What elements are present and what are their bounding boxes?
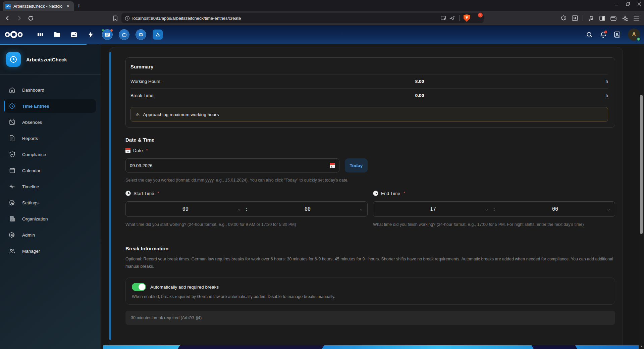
datepicker-icon[interactable]	[330, 163, 335, 168]
scrollbar-thumb[interactable]	[640, 95, 643, 234]
background-shape	[177, 345, 324, 349]
start-time-label: Start Time	[133, 191, 154, 196]
auto-breaks-help: When enabled, breaks required by German …	[132, 294, 609, 299]
break-time-label: Break Time:	[130, 93, 245, 98]
sidebar-item-settings[interactable]: Settings	[5, 196, 96, 209]
wallet-icon[interactable]	[608, 13, 619, 23]
work-app-icon[interactable]	[119, 25, 129, 44]
menu-icon[interactable]	[631, 13, 641, 23]
sidebar-item-absences[interactable]: Absences	[5, 115, 96, 129]
clock-emoji-icon	[125, 191, 131, 196]
working-hours-label: Working Hours:	[130, 79, 245, 84]
date-help-text: Select the day you worked (format: dd.mm…	[125, 178, 615, 183]
files-app-icon[interactable]	[52, 25, 62, 44]
working-hours-value: 8.00	[245, 79, 595, 84]
sidebar-item-label: Manager	[22, 249, 40, 254]
break-time-value: 0.00	[245, 93, 595, 98]
auto-breaks-toggle[interactable]	[132, 283, 146, 291]
window-restore-button[interactable]	[626, 2, 630, 6]
notifications-bell-icon[interactable]	[600, 31, 606, 38]
scrollbar-down-arrow[interactable]: ▼	[640, 345, 643, 348]
end-time-help: What time did you finish working? (24-ho…	[373, 222, 615, 227]
sidebar-item-manager[interactable]: Manager	[5, 244, 96, 258]
working-hours-unit: h	[595, 79, 608, 84]
sidebar-item-admin[interactable]: Admin	[5, 228, 96, 242]
sidebar-item-label: Time Entries	[22, 104, 49, 109]
reload-button[interactable]	[25, 13, 36, 23]
search-tabs-icon[interactable]	[570, 13, 580, 23]
activity-app-icon[interactable]	[85, 25, 96, 44]
bookmarks-icon[interactable]	[111, 13, 120, 23]
required-asterisk: *	[158, 191, 159, 196]
window-close-button[interactable]	[637, 2, 641, 6]
end-hour-select[interactable]: 17 ⌄	[373, 202, 493, 216]
sidebar-item-calendar[interactable]: Calendar	[5, 164, 96, 177]
sidebar-accent-line	[0, 44, 87, 45]
sidebar-item-reports[interactable]: Reports	[5, 132, 96, 145]
sidebar-toggle-icon[interactable]	[597, 13, 607, 23]
site-info-icon[interactable]	[125, 16, 130, 21]
brave-shield-icon[interactable]	[464, 14, 470, 22]
contacts-icon[interactable]	[614, 31, 621, 38]
sidebar-item-dashboard[interactable]: Dashboard	[5, 83, 96, 97]
users-icon	[9, 249, 15, 254]
share-icon[interactable]	[449, 16, 455, 21]
search-icon[interactable]	[586, 32, 593, 38]
summary-title: Summary	[130, 64, 608, 74]
new-tab-button[interactable]: +	[77, 3, 81, 10]
url-text[interactable]: localhost:8081/apps/arbeitszeitcheck/tim…	[132, 16, 438, 21]
main-content: Summary Working Hours: 8.00 h Break Time…	[101, 44, 644, 349]
sidebar-item-compliance[interactable]: Compliance	[5, 148, 96, 161]
end-time-field: End Time * 17 ⌄ : 00 ⌄ Wh	[373, 191, 615, 227]
sidebar-item-label: Timeline	[22, 184, 39, 189]
media-icon[interactable]	[586, 13, 596, 23]
break-info-description: Optional: Record your break times. Germa…	[125, 255, 615, 270]
photos-app-icon[interactable]	[68, 25, 79, 44]
nextcloud-logo-icon[interactable]	[4, 30, 23, 39]
send-to-device-icon[interactable]	[441, 16, 447, 20]
window-scrollbar[interactable]: ▼	[639, 44, 644, 349]
pulse-icon	[9, 184, 15, 189]
back-button[interactable]	[3, 13, 13, 23]
dashboard-app-icon[interactable]	[35, 25, 46, 44]
brave-rewards-icon[interactable]: 1	[473, 15, 480, 21]
browser-tab[interactable]: oOo ArbeitszeitCheck - Nextcloud ✕	[3, 1, 74, 11]
start-hour-value: 09	[182, 206, 189, 212]
sidebar-item-label: Settings	[22, 200, 39, 205]
tab-close-icon[interactable]: ✕	[65, 3, 71, 9]
end-minute-select[interactable]: 00 ⌄	[495, 202, 615, 216]
forms-app-icon[interactable]	[102, 25, 113, 44]
url-bar[interactable]: localhost:8081/apps/arbeitszeitcheck/tim…	[121, 13, 484, 23]
forward-button[interactable]	[14, 13, 24, 23]
extensions-icon[interactable]	[558, 13, 569, 23]
today-button[interactable]: Today	[345, 158, 368, 172]
content-scrollbar[interactable]	[109, 52, 111, 340]
gear-icon	[9, 200, 15, 206]
sidebar-item-label: Absences	[22, 120, 42, 125]
window-minimize-button[interactable]	[614, 2, 619, 6]
summary-card: Summary Working Hours: 8.00 h Break Time…	[125, 57, 615, 128]
start-hour-select[interactable]: 09 ⌄	[126, 202, 245, 216]
arbeitszeitcheck-app-icon[interactable]	[136, 25, 146, 44]
required-asterisk: *	[404, 191, 405, 196]
date-input[interactable]	[125, 158, 339, 172]
gear-icon	[9, 232, 15, 238]
leo-ai-icon[interactable]	[620, 13, 630, 23]
sidebar-item-time-entries[interactable]: Time Entries	[5, 99, 96, 113]
break-required-note: 30 minutes break required (ArbZG §4)	[125, 311, 615, 325]
break-info-heading: Break Information	[125, 246, 615, 251]
calendar-icon	[9, 167, 15, 173]
app-a-square-icon[interactable]	[152, 25, 163, 44]
sidebar-item-organization[interactable]: Organization	[5, 212, 96, 226]
browser-toolbar: localhost:8081/apps/arbeitszeitcheck/tim…	[0, 11, 644, 25]
start-minute-select[interactable]: 00 ⌄	[248, 202, 367, 216]
sidebar-item-label: Admin	[22, 233, 35, 238]
warning-icon: ⚠	[136, 112, 140, 117]
date-time-heading: Date & Time	[125, 137, 615, 143]
end-minute-value: 00	[552, 206, 558, 212]
browser-tabstrip: oOo ArbeitszeitCheck - Nextcloud ✕ +	[0, 0, 644, 11]
user-avatar[interactable]: A ✓	[628, 29, 640, 41]
sidebar-item-timeline[interactable]: Timeline	[5, 180, 96, 193]
sidebar-item-label: Reports	[22, 136, 38, 141]
shield-check-icon	[9, 151, 15, 157]
